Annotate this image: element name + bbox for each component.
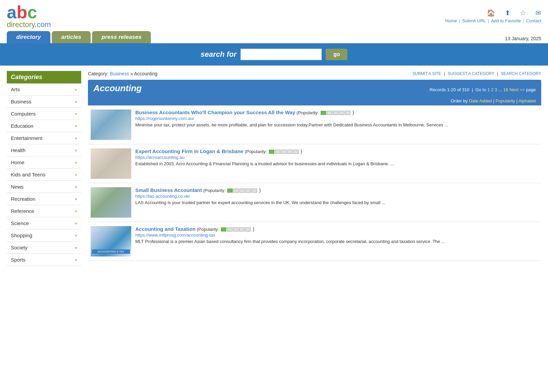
sidebar-link-society[interactable]: Society [11,245,27,250]
arrow-icon: » [75,123,77,128]
listing-url[interactable]: https://las-accounting.co.uk/ [135,194,539,199]
submit-site-link[interactable]: SUBMIT A SITE [412,71,441,76]
sidebar-item-reference[interactable]: Reference» [7,205,81,217]
sidebar-link-home[interactable]: Home [11,160,24,165]
sidebar-item-entertainment[interactable]: Entertainment» [7,132,81,144]
tab-press-releases[interactable]: press releases [92,31,151,43]
pop-segment [345,111,350,115]
search-bar: search for go [0,43,548,66]
arrow-icon: » [75,160,77,165]
parent-category-link[interactable]: Business [110,71,129,76]
sidebar-item-kids-and-teens[interactable]: Kids and Teens» [7,169,81,181]
popularity-close: ) [352,110,354,115]
sidebar-item-news[interactable]: News» [7,181,81,193]
popularity-bar [221,227,251,231]
listing-description: LAS Accounting is your trusted partner f… [135,199,539,206]
sidebar-item-business[interactable]: Business» [7,96,81,108]
popularity-bar [227,189,257,193]
page-1-link[interactable]: 1 [487,87,490,92]
listing-title-link[interactable]: Expert Accounting Firm in Logan & Brisba… [135,148,243,154]
sidebar-item-arts[interactable]: Arts» [7,83,81,96]
sidebar-item-shopping[interactable]: Shopping» [7,229,81,242]
sidebar-item-sports[interactable]: Sports» [7,254,81,266]
sidebar-item-home[interactable]: Home» [7,156,81,169]
sidebar-link-shopping[interactable]: Shopping [11,232,32,238]
search-category-link[interactable]: SEARCH CATEGORY [501,71,541,76]
listing-url[interactable]: https://www.mltprosg.com/accounting-tax [135,232,539,238]
sidebar-item-recreation[interactable]: Recreation» [7,193,81,205]
submit-icon: ⬆ [505,9,510,17]
breadcrumb-actions: SUBMIT A SITE | SUGGEST A CATEGORY | SEA… [412,71,541,76]
category-label: Category: [88,71,109,76]
listing-title-link[interactable]: Accounting and Taxation [135,226,196,232]
submit-url-link[interactable]: Submit URL [462,18,486,23]
sidebar-link-reference[interactable]: Reference [11,208,34,214]
order-popularity-link[interactable]: Popularity [496,98,515,103]
listing-title-link[interactable]: Small Business Accountant [135,187,202,193]
order-alphabet-link[interactable]: Alphabet [519,98,536,103]
pop-segment [227,189,233,193]
sidebar-link-science[interactable]: Science [11,220,29,226]
sidebar-item-health[interactable]: Health» [7,144,81,156]
sidebar-link-kids-and-teens[interactable]: Kids and Teens [11,172,45,177]
sidebar-link-business[interactable]: Business [11,99,31,104]
pop-segment [221,227,226,231]
listing-url[interactable]: https://rogersonkenny.com.au/ [135,116,539,121]
order-date-link[interactable]: Date Added [469,98,492,103]
sidebar-item-education[interactable]: Education» [7,120,81,132]
sidebar-item-science[interactable]: Science» [7,217,81,229]
popularity-label: (Popularity: [297,110,320,115]
listing-title-row: Small Business Accountant (Popularity: ) [135,187,539,193]
listing-description: MLT Professional is a premier Asian base… [135,238,539,245]
search-label: search for [201,50,236,59]
sidebar-item-computers[interactable]: Computers» [7,108,81,120]
listing-thumbnail [91,148,131,179]
listing-info: Small Business Accountant (Popularity: )… [135,187,539,206]
pop-segment [233,227,238,231]
arrow-icon: » [75,257,77,262]
listing-title-link[interactable]: Business Accountants Who'll Champion you… [135,109,295,115]
category-list: Arts»Business»Computers»Education»Entert… [7,83,81,266]
tab-directory[interactable]: directory [7,31,50,43]
listing-thumbnail [91,187,131,218]
listing-thumb [91,187,131,218]
sidebar-item-society[interactable]: Society» [7,242,81,254]
go-button[interactable]: go [326,49,347,60]
pop-segment [239,189,245,193]
page-3-link[interactable]: 3 [495,87,497,92]
home-link[interactable]: Home [445,18,457,23]
sidebar-link-sports[interactable]: Sports [11,257,25,263]
listing-description: Minimise your tax, protect your assets, … [135,122,539,128]
sidebar-link-health[interactable]: Health [11,147,25,153]
pop-segment [339,111,344,115]
suggest-category-link[interactable]: SUGGEST A CATEGORY [448,71,494,76]
listing-item: Expert Accounting Firm in Logan & Brisba… [88,144,541,183]
sidebar-link-news[interactable]: News [11,184,24,190]
sidebar-link-arts[interactable]: Arts [11,87,20,92]
pop-segment [252,189,257,193]
sidebar-link-recreation[interactable]: Recreation [11,196,36,202]
page-16-link[interactable]: 16 [503,87,508,92]
main-content: Categories Arts»Business»Computers»Educa… [0,66,548,271]
goto-label: Go to [475,87,486,92]
sidebar-link-education[interactable]: Education [11,123,33,129]
logo: abc directory.com [7,3,51,28]
page-2-link[interactable]: 2 [491,87,494,92]
category-title: Accounting [93,83,142,94]
arrow-icon: » [75,196,77,201]
logo-directory: directory [7,20,35,29]
sidebar-link-computers[interactable]: Computers [11,111,36,117]
pop-segment [227,227,232,231]
arrow-icon: » [75,148,77,153]
search-input[interactable] [241,49,322,60]
listing-thumb [91,109,131,140]
listing-description: Established in 2003, Acro Accounting & F… [135,161,539,167]
sidebar-link-entertainment[interactable]: Entertainment [11,135,42,141]
contact-link[interactable]: Contact [526,18,541,23]
arrow-icon: » [75,172,77,177]
tab-articles[interactable]: articles [52,31,91,43]
next-page-link[interactable]: Next >> [509,87,525,92]
listing-url[interactable]: https://acroaccounting.au [135,155,539,160]
favorite-link[interactable]: Add to Favorite [491,18,521,23]
date-display: 13 January, 2025 [505,36,541,43]
